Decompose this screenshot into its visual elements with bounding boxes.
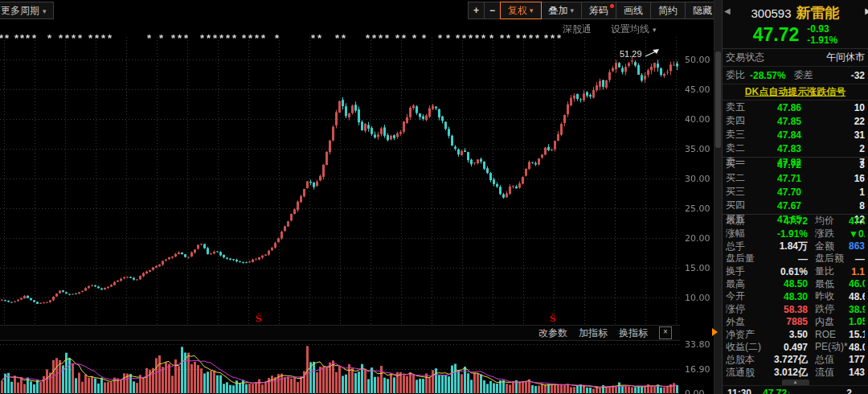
event-marker-icon[interactable]: * — [469, 32, 473, 44]
event-marker-icon[interactable]: * — [456, 32, 460, 44]
event-marker-icon[interactable]: * — [32, 32, 36, 44]
event-marker-icon[interactable]: * — [255, 32, 259, 44]
dk-signal-link[interactable]: DK点自动提示涨跌信号 — [745, 85, 845, 99]
event-marker-icon[interactable]: * — [26, 32, 30, 44]
event-marker-icon[interactable]: * — [207, 32, 211, 44]
event-marker-icon[interactable]: * — [159, 32, 163, 44]
event-marker-icon[interactable]: * — [481, 32, 485, 44]
event-marker-icon[interactable]: * — [213, 32, 217, 44]
sell-row-4[interactable]: 卖二47.832 — [723, 142, 868, 155]
event-marker-icon[interactable]: * — [171, 32, 175, 44]
event-marker-icon[interactable]: * — [379, 32, 383, 44]
event-marker-icon[interactable]: * — [500, 32, 504, 44]
toolbar-button-叠加[interactable]: 叠加▾ — [541, 2, 583, 19]
event-marker-icon[interactable]: * — [342, 32, 346, 44]
event-marker-icon[interactable]: * — [522, 32, 526, 44]
sell-row-2[interactable]: 卖四47.8522 — [723, 114, 868, 128]
event-marker-icon[interactable]: * — [557, 32, 561, 44]
event-marker-icon[interactable]: * — [317, 32, 321, 44]
event-marker-icon[interactable]: * — [366, 32, 370, 44]
event-marker-icon[interactable]: * — [14, 32, 18, 44]
event-marker-icon[interactable]: * — [395, 32, 399, 44]
sell-row-3[interactable]: 卖三47.8431 — [723, 128, 868, 142]
scrollbar-thumb[interactable] — [715, 51, 721, 148]
trading-app-window: 更多周期▾ +−复权▾叠加▾筹码画线简约隐藏» 深股通 设置均线▾ ******… — [0, 0, 868, 394]
toolbar-button-筹码[interactable]: 筹码 — [581, 2, 616, 19]
event-marker-icon[interactable]: * — [372, 32, 376, 44]
close-indicator-icon[interactable]: × — [659, 326, 672, 339]
last-price: 47.72 — [753, 24, 800, 46]
event-marker-icon[interactable]: * — [232, 32, 236, 44]
volume-tick: 0.00 — [685, 388, 717, 394]
event-marker-icon[interactable]: * — [88, 32, 92, 44]
toolbar-button-简约[interactable]: 简约 — [650, 2, 686, 19]
event-marker-icon[interactable]: * — [72, 32, 76, 44]
event-marker-icon[interactable]: * — [335, 32, 339, 44]
time-sales-row[interactable]: 11:30 47.72↓ 2 — [723, 386, 868, 394]
event-marker-icon[interactable]: * — [200, 32, 204, 44]
event-marker-icon[interactable]: * — [438, 32, 442, 44]
event-marker-icon[interactable]: * — [475, 32, 479, 44]
event-marker-icon[interactable]: * — [226, 32, 230, 44]
event-marker-icon[interactable]: * — [178, 32, 182, 44]
event-marker-icon[interactable]: * — [242, 32, 246, 44]
event-marker-icon[interactable]: * — [78, 32, 82, 44]
next-stock-icon[interactable]: ▶ — [865, 6, 868, 15]
event-marker-icon[interactable]: * — [529, 32, 533, 44]
pane-resize-arrow-icon[interactable] — [712, 328, 718, 336]
price-tick: 50.00 — [685, 55, 717, 65]
dividend-marker-icon[interactable]: Ṡ — [550, 314, 556, 324]
event-marker-icon[interactable]: * — [551, 32, 555, 44]
event-marker-icon[interactable]: * — [147, 32, 151, 44]
event-marker-icon[interactable]: * — [20, 32, 24, 44]
toolbar-button-画线[interactable]: 画线 — [616, 2, 651, 19]
prev-stock-icon[interactable]: ◀ — [724, 6, 731, 15]
buy-row-2[interactable]: 买二47.7116 — [723, 171, 868, 185]
detail-row: 收益(二)0.497PE(动)*48.0 — [726, 341, 865, 354]
event-marker-icon[interactable]: * — [0, 32, 3, 44]
tape-volume: 2 — [846, 388, 863, 394]
collapse-tab-row: ▴ — [723, 379, 868, 386]
event-marker-icon[interactable]: * — [101, 32, 105, 44]
event-marker-icon[interactable]: * — [516, 32, 520, 44]
ma-settings-dropdown[interactable]: 设置均线▾ — [611, 23, 657, 36]
event-marker-icon[interactable]: * — [385, 32, 389, 44]
event-marker-icon[interactable]: * — [275, 32, 279, 44]
event-marker-icon[interactable]: * — [95, 32, 99, 44]
event-marker-icon[interactable]: * — [506, 32, 510, 44]
event-marker-icon[interactable]: * — [248, 32, 252, 44]
add-indicator-button[interactable]: 加指标 — [579, 326, 608, 340]
toolbar-button-−[interactable]: − — [484, 2, 501, 19]
change-params-button[interactable]: 改参数 — [538, 326, 567, 340]
trade-status-value: 午间休市 — [826, 51, 865, 64]
event-marker-icon[interactable]: * — [462, 32, 466, 44]
event-marker-icon[interactable]: * — [65, 32, 69, 44]
event-marker-icon[interactable]: * — [422, 32, 426, 44]
event-marker-icon[interactable]: * — [184, 32, 188, 44]
event-marker-icon[interactable]: * — [489, 32, 493, 44]
buy-row-1[interactable]: 买一47.723 — [723, 158, 868, 171]
event-marker-icon[interactable]: * — [412, 32, 416, 44]
event-marker-icon[interactable]: * — [402, 32, 406, 44]
event-marker-icon[interactable]: * — [5, 32, 9, 44]
price-change: -0.93 -1.91% — [807, 23, 837, 46]
event-marker-icon[interactable]: * — [535, 32, 539, 44]
collapse-tab-button[interactable]: ▴ — [782, 380, 809, 385]
toolbar-button-复权[interactable]: 复权▾ — [500, 2, 542, 19]
switch-indicator-button[interactable]: 换指标 — [619, 326, 648, 340]
dividend-marker-icon[interactable]: Ṡ — [256, 314, 262, 324]
sell-row-1[interactable]: 卖五47.8610 — [723, 101, 868, 114]
event-marker-icon[interactable]: * — [47, 32, 51, 44]
event-marker-icon[interactable]: * — [261, 32, 265, 44]
event-marker-icon[interactable]: * — [108, 32, 112, 44]
buy-row-4[interactable]: 买四47.678 — [723, 199, 868, 212]
event-marker-icon[interactable]: * — [311, 32, 315, 44]
event-marker-icon[interactable]: * — [446, 32, 450, 44]
toolbar-button-+[interactable]: + — [468, 2, 485, 19]
buy-row-3[interactable]: 买三47.701 — [723, 185, 868, 199]
event-marker-icon[interactable]: * — [544, 32, 548, 44]
event-marker-icon[interactable]: * — [219, 32, 223, 44]
more-period-dropdown[interactable]: 更多周期▾ — [0, 2, 54, 19]
event-marker-icon[interactable]: * — [59, 32, 63, 44]
detail-row: 净资产3.50ROE15.18% — [726, 328, 865, 341]
